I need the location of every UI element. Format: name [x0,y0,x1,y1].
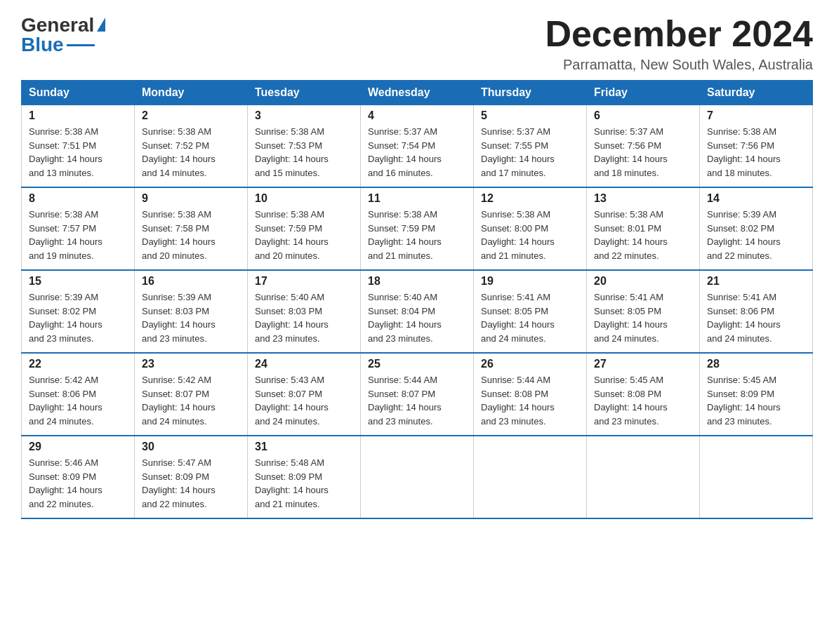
calendar-cell: 5 Sunrise: 5:37 AM Sunset: 7:55 PM Dayli… [474,105,587,188]
day-number: 18 [368,275,466,288]
day-number: 16 [142,275,240,288]
day-info: Sunrise: 5:38 AM Sunset: 7:56 PM Dayligh… [707,125,805,180]
calendar-cell: 16 Sunrise: 5:39 AM Sunset: 8:03 PM Dayl… [135,270,248,353]
calendar-cell [361,436,474,518]
calendar-cell: 13 Sunrise: 5:38 AM Sunset: 8:01 PM Dayl… [587,187,700,270]
day-number: 3 [255,109,353,122]
day-number: 9 [142,192,240,205]
day-info: Sunrise: 5:39 AM Sunset: 8:03 PM Dayligh… [142,290,240,345]
calendar-cell: 1 Sunrise: 5:38 AM Sunset: 7:51 PM Dayli… [22,105,135,188]
calendar-week-row: 29 Sunrise: 5:46 AM Sunset: 8:09 PM Dayl… [22,436,813,518]
day-info: Sunrise: 5:38 AM Sunset: 7:57 PM Dayligh… [29,208,127,262]
day-info: Sunrise: 5:38 AM Sunset: 7:59 PM Dayligh… [368,208,466,262]
day-info: Sunrise: 5:44 AM Sunset: 8:08 PM Dayligh… [481,373,579,428]
calendar-header-row: SundayMondayTuesdayWednesdayThursdayFrid… [22,81,813,105]
day-info: Sunrise: 5:42 AM Sunset: 8:07 PM Dayligh… [142,373,240,428]
day-info: Sunrise: 5:38 AM Sunset: 8:00 PM Dayligh… [481,208,579,262]
day-info: Sunrise: 5:38 AM Sunset: 8:01 PM Dayligh… [594,208,692,262]
day-number: 14 [707,192,805,205]
calendar-cell: 26 Sunrise: 5:44 AM Sunset: 8:08 PM Dayl… [474,353,587,436]
day-number: 22 [29,358,127,370]
logo: General Blue [21,14,105,56]
day-info: Sunrise: 5:39 AM Sunset: 8:02 PM Dayligh… [29,290,127,345]
day-number: 27 [594,358,692,370]
day-number: 17 [255,275,353,288]
day-info: Sunrise: 5:47 AM Sunset: 8:09 PM Dayligh… [142,456,240,511]
calendar-cell: 7 Sunrise: 5:38 AM Sunset: 7:56 PM Dayli… [700,105,813,188]
day-number: 23 [142,358,240,370]
location-subtitle: Parramatta, New South Wales, Australia [545,57,813,73]
day-number: 7 [707,109,805,122]
calendar-cell: 31 Sunrise: 5:48 AM Sunset: 8:09 PM Dayl… [248,436,361,518]
calendar-cell: 15 Sunrise: 5:39 AM Sunset: 8:02 PM Dayl… [22,270,135,353]
day-number: 12 [481,192,579,205]
day-number: 10 [255,192,353,205]
day-number: 11 [368,192,466,205]
calendar-cell: 10 Sunrise: 5:38 AM Sunset: 7:59 PM Dayl… [248,187,361,270]
day-header-thursday: Thursday [474,81,587,105]
calendar-table: SundayMondayTuesdayWednesdayThursdayFrid… [21,80,813,519]
day-number: 8 [29,192,127,205]
calendar-cell: 6 Sunrise: 5:37 AM Sunset: 7:56 PM Dayli… [587,105,700,188]
calendar-cell: 11 Sunrise: 5:38 AM Sunset: 7:59 PM Dayl… [361,187,474,270]
day-number: 1 [29,109,127,122]
calendar-cell: 8 Sunrise: 5:38 AM Sunset: 7:57 PM Dayli… [22,187,135,270]
day-header-friday: Friday [587,81,700,105]
day-info: Sunrise: 5:37 AM Sunset: 7:55 PM Dayligh… [481,125,579,180]
day-header-saturday: Saturday [700,81,813,105]
day-header-sunday: Sunday [22,81,135,105]
calendar-week-row: 22 Sunrise: 5:42 AM Sunset: 8:06 PM Dayl… [22,353,813,436]
calendar-cell: 25 Sunrise: 5:44 AM Sunset: 8:07 PM Dayl… [361,353,474,436]
day-info: Sunrise: 5:38 AM Sunset: 7:53 PM Dayligh… [255,125,353,180]
day-number: 4 [368,109,466,122]
day-info: Sunrise: 5:41 AM Sunset: 8:06 PM Dayligh… [707,290,805,345]
day-info: Sunrise: 5:38 AM Sunset: 7:51 PM Dayligh… [29,125,127,180]
calendar-cell: 27 Sunrise: 5:45 AM Sunset: 8:08 PM Dayl… [587,353,700,436]
day-number: 6 [594,109,692,122]
day-header-tuesday: Tuesday [248,81,361,105]
logo-blue-text: Blue [21,34,64,56]
calendar-cell: 21 Sunrise: 5:41 AM Sunset: 8:06 PM Dayl… [700,270,813,353]
day-info: Sunrise: 5:37 AM Sunset: 7:56 PM Dayligh… [594,125,692,180]
day-number: 2 [142,109,240,122]
calendar-week-row: 15 Sunrise: 5:39 AM Sunset: 8:02 PM Dayl… [22,270,813,353]
day-number: 5 [481,109,579,122]
day-number: 21 [707,275,805,288]
day-info: Sunrise: 5:40 AM Sunset: 8:03 PM Dayligh… [255,290,353,345]
day-info: Sunrise: 5:45 AM Sunset: 8:09 PM Dayligh… [707,373,805,428]
page-header: General Blue December 2024 Parramatta, N… [21,14,813,73]
day-number: 20 [594,275,692,288]
day-number: 13 [594,192,692,205]
calendar-cell: 28 Sunrise: 5:45 AM Sunset: 8:09 PM Dayl… [700,353,813,436]
month-title: December 2024 [545,14,813,54]
day-info: Sunrise: 5:45 AM Sunset: 8:08 PM Dayligh… [594,373,692,428]
calendar-cell [700,436,813,518]
day-info: Sunrise: 5:38 AM Sunset: 7:52 PM Dayligh… [142,125,240,180]
calendar-cell: 4 Sunrise: 5:37 AM Sunset: 7:54 PM Dayli… [361,105,474,188]
day-info: Sunrise: 5:41 AM Sunset: 8:05 PM Dayligh… [481,290,579,345]
calendar-cell: 3 Sunrise: 5:38 AM Sunset: 7:53 PM Dayli… [248,105,361,188]
calendar-cell: 14 Sunrise: 5:39 AM Sunset: 8:02 PM Dayl… [700,187,813,270]
day-number: 31 [255,441,353,453]
day-number: 28 [707,358,805,370]
day-info: Sunrise: 5:41 AM Sunset: 8:05 PM Dayligh… [594,290,692,345]
calendar-cell [474,436,587,518]
calendar-cell: 12 Sunrise: 5:38 AM Sunset: 8:00 PM Dayl… [474,187,587,270]
calendar-cell: 18 Sunrise: 5:40 AM Sunset: 8:04 PM Dayl… [361,270,474,353]
day-info: Sunrise: 5:48 AM Sunset: 8:09 PM Dayligh… [255,456,353,511]
day-info: Sunrise: 5:38 AM Sunset: 7:59 PM Dayligh… [255,208,353,262]
calendar-cell: 19 Sunrise: 5:41 AM Sunset: 8:05 PM Dayl… [474,270,587,353]
day-info: Sunrise: 5:38 AM Sunset: 7:58 PM Dayligh… [142,208,240,262]
day-info: Sunrise: 5:44 AM Sunset: 8:07 PM Dayligh… [368,373,466,428]
calendar-cell: 30 Sunrise: 5:47 AM Sunset: 8:09 PM Dayl… [135,436,248,518]
day-number: 19 [481,275,579,288]
day-info: Sunrise: 5:37 AM Sunset: 7:54 PM Dayligh… [368,125,466,180]
day-info: Sunrise: 5:42 AM Sunset: 8:06 PM Dayligh… [29,373,127,428]
calendar-cell [587,436,700,518]
calendar-week-row: 1 Sunrise: 5:38 AM Sunset: 7:51 PM Dayli… [22,105,813,188]
calendar-cell: 9 Sunrise: 5:38 AM Sunset: 7:58 PM Dayli… [135,187,248,270]
day-info: Sunrise: 5:46 AM Sunset: 8:09 PM Dayligh… [29,456,127,511]
calendar-cell: 2 Sunrise: 5:38 AM Sunset: 7:52 PM Dayli… [135,105,248,188]
day-info: Sunrise: 5:40 AM Sunset: 8:04 PM Dayligh… [368,290,466,345]
calendar-cell: 22 Sunrise: 5:42 AM Sunset: 8:06 PM Dayl… [22,353,135,436]
